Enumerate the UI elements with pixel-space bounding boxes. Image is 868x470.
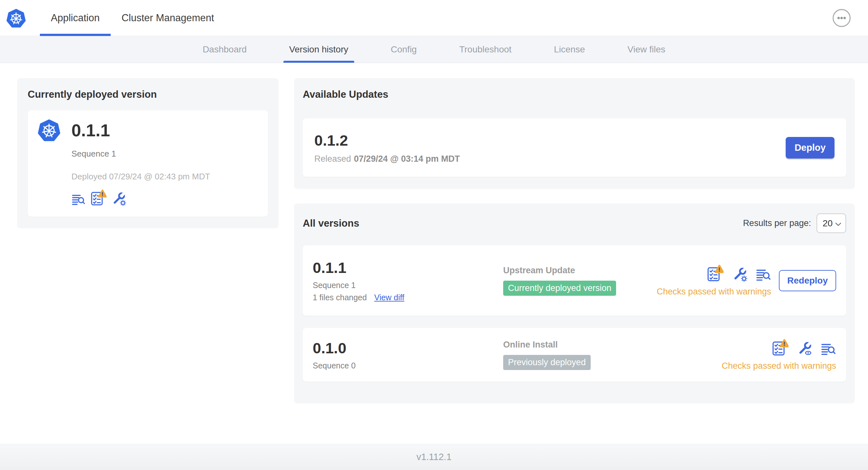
available-update-version: 0.1.2 bbox=[314, 132, 460, 149]
current-version-details: Sequence 1 Deployed 07/29/24 @ 02:43 pm … bbox=[71, 149, 259, 206]
diff-lines-magnifier-icon[interactable] bbox=[821, 341, 836, 356]
primary-tabs: Application Cluster Management bbox=[40, 0, 225, 36]
current-version-header: 0.1.1 bbox=[37, 118, 259, 142]
version-number: 0.1.0 bbox=[313, 339, 503, 357]
version-action-icons-stack: Checks passed with warnings bbox=[657, 265, 771, 297]
current-version-title: Currently deployed version bbox=[28, 89, 268, 100]
view-diff-link[interactable]: View diff bbox=[374, 293, 404, 302]
subnav-version-history[interactable]: Version history bbox=[283, 36, 354, 63]
subnav-view-files[interactable]: View files bbox=[622, 36, 671, 63]
preflight-checklist-warning-icon[interactable] bbox=[707, 265, 723, 282]
results-per-page: Results per page: 20 bbox=[743, 213, 846, 233]
version-number: 0.1.1 bbox=[313, 259, 503, 276]
all-versions-card: All versions Results per page: 20 bbox=[294, 203, 855, 403]
preflight-checklist-warning-icon[interactable] bbox=[90, 189, 106, 206]
config-wrench-eye-icon[interactable] bbox=[797, 341, 812, 356]
version-sequence: Sequence 1 bbox=[313, 281, 503, 290]
version-row-0-1-0: 0.1.0 Sequence 0 Online Install Previous… bbox=[303, 328, 846, 381]
subnav-config[interactable]: Config bbox=[385, 36, 423, 63]
preflight-status-text[interactable]: Checks passed with warnings bbox=[657, 287, 771, 297]
subnav-troubleshoot-label: Troubleshoot bbox=[459, 44, 511, 55]
top-bar: Application Cluster Management bbox=[0, 0, 868, 36]
subnav-dashboard[interactable]: Dashboard bbox=[197, 36, 253, 63]
version-source: Online Install Previously deployed bbox=[503, 340, 591, 370]
subnav-dashboard-label: Dashboard bbox=[203, 44, 247, 55]
tab-application-label: Application bbox=[51, 12, 100, 24]
diff-lines-magnifier-icon[interactable] bbox=[71, 193, 86, 206]
all-versions-header: All versions Results per page: 20 bbox=[303, 213, 846, 233]
app-subnav: Dashboard Version history Config Trouble… bbox=[0, 36, 868, 63]
page-footer: v1.112.1 bbox=[0, 444, 868, 470]
subnav-license-label: License bbox=[554, 44, 585, 55]
current-version-column: Currently deployed version bbox=[17, 78, 279, 228]
console-version-text: v1.112.1 bbox=[416, 452, 452, 462]
deploy-button[interactable]: Deploy bbox=[786, 137, 835, 159]
version-source: Upstream Update Currently deployed versi… bbox=[503, 266, 616, 296]
available-update-info: 0.1.2 Released07/29/24 @ 03:14 pm MDT bbox=[314, 132, 460, 164]
config-wrench-gear-icon[interactable] bbox=[732, 267, 747, 282]
subnav-troubleshoot[interactable]: Troubleshoot bbox=[453, 36, 517, 63]
version-actions: Checks passed with warnings Redeploy bbox=[657, 265, 836, 297]
diff-lines-magnifier-icon[interactable] bbox=[756, 267, 771, 282]
available-updates-card: Available Updates 0.1.2 Released07/29/24… bbox=[294, 78, 855, 189]
tab-cluster-management[interactable]: Cluster Management bbox=[111, 0, 225, 36]
results-per-page-select[interactable]: 20 bbox=[816, 213, 846, 233]
available-update-row: 0.1.2 Released07/29/24 @ 03:14 pm MDT De… bbox=[303, 118, 846, 177]
status-badge: Previously deployed bbox=[503, 355, 591, 370]
version-sequence: Sequence 0 bbox=[313, 361, 503, 370]
overflow-menu-button[interactable] bbox=[832, 9, 851, 27]
ellipsis-circle-icon bbox=[832, 9, 851, 27]
preflight-checklist-warning-icon[interactable] bbox=[772, 339, 788, 356]
version-info: 0.1.0 Sequence 0 bbox=[313, 339, 503, 370]
results-per-page-label: Results per page: bbox=[743, 218, 811, 228]
subnav-license[interactable]: License bbox=[548, 36, 591, 63]
released-date: 07/29/24 @ 03:14 pm MDT bbox=[354, 154, 460, 164]
version-row-0-1-1: 0.1.1 Sequence 1 1 files changed View di… bbox=[303, 245, 846, 316]
subnav-view-files-label: View files bbox=[627, 44, 665, 55]
kubernetes-logo-icon bbox=[5, 7, 27, 29]
current-version-sequence: Sequence 1 bbox=[71, 149, 259, 159]
current-version-actions bbox=[71, 189, 259, 206]
released-prefix: Released bbox=[314, 154, 351, 164]
results-per-page-value: 20 bbox=[823, 218, 833, 229]
config-wrench-gear-icon[interactable] bbox=[111, 191, 126, 206]
tab-cluster-management-label: Cluster Management bbox=[122, 12, 214, 24]
redeploy-button[interactable]: Redeploy bbox=[779, 270, 836, 291]
preflight-status-text[interactable]: Checks passed with warnings bbox=[722, 361, 836, 371]
chevron-down-icon bbox=[835, 218, 841, 229]
tab-application[interactable]: Application bbox=[40, 0, 111, 36]
version-source-label: Upstream Update bbox=[503, 266, 616, 275]
current-version-deployed-timestamp: Deployed 07/29/24 @ 02:43 pm MDT bbox=[71, 172, 259, 181]
version-history-page: Application Cluster Management Dashboard… bbox=[0, 0, 868, 470]
versions-column: Available Updates 0.1.2 Released07/29/24… bbox=[294, 78, 855, 403]
version-files-changed-row: 1 files changed View diff bbox=[313, 293, 503, 302]
all-versions-title: All versions bbox=[303, 217, 359, 229]
status-badge: Currently deployed version bbox=[503, 281, 616, 296]
available-updates-title: Available Updates bbox=[303, 89, 846, 100]
version-info: 0.1.1 Sequence 1 1 files changed View di… bbox=[313, 259, 503, 302]
main-content: Currently deployed version bbox=[0, 63, 868, 444]
current-version-card: Currently deployed version bbox=[17, 78, 279, 228]
current-version-number: 0.1.1 bbox=[71, 120, 110, 140]
version-source-label: Online Install bbox=[503, 340, 591, 350]
kubernetes-app-icon bbox=[37, 118, 61, 142]
subnav-version-history-label: Version history bbox=[289, 44, 348, 55]
available-update-released: Released07/29/24 @ 03:14 pm MDT bbox=[314, 154, 460, 164]
version-action-icons bbox=[772, 339, 836, 356]
version-action-icons bbox=[707, 265, 771, 282]
version-action-icons-stack: Checks passed with warnings bbox=[722, 339, 836, 371]
current-version-inner-card: 0.1.1 Sequence 1 Deployed 07/29/24 @ 02:… bbox=[28, 110, 268, 217]
subnav-config-label: Config bbox=[391, 44, 417, 55]
version-actions: Checks passed with warnings bbox=[722, 339, 836, 371]
files-changed-text: 1 files changed bbox=[313, 293, 367, 302]
